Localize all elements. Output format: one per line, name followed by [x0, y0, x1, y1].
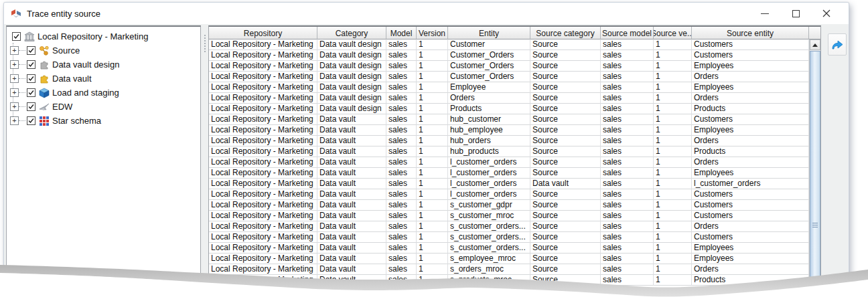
- table-cell: Data vault: [317, 168, 386, 179]
- tree-item-load-and-staging[interactable]: +Load and staging: [8, 86, 199, 100]
- table-cell: 1: [417, 146, 448, 157]
- tree-checkbox[interactable]: [27, 74, 35, 83]
- trace-button[interactable]: [828, 33, 847, 56]
- table-cell: sales: [601, 125, 654, 136]
- table-row[interactable]: Local Repository - MarketingData vaultsa…: [209, 200, 820, 211]
- table-row[interactable]: Local Repository - MarketingData vault d…: [209, 72, 820, 82]
- table-row[interactable]: Local Repository - MarketingData vault d…: [209, 50, 820, 61]
- cube-icon: [39, 88, 50, 98]
- table-cell: Local Repository - Marketing: [209, 275, 317, 286]
- table-row[interactable]: Local Repository - MarketingData vaultsa…: [209, 136, 820, 146]
- table-cell: Local Repository - Marketing: [209, 146, 317, 157]
- table-row[interactable]: Local Repository - MarketingData vaultsa…: [209, 179, 820, 189]
- expand-toggle-icon[interactable]: +: [10, 102, 19, 111]
- tree-checkbox[interactable]: [27, 116, 35, 125]
- table-cell: sales: [386, 50, 417, 61]
- table-row[interactable]: Local Repository - MarketingData vaultsa…: [209, 243, 820, 254]
- table-cell: sales: [601, 39, 654, 50]
- table-row[interactable]: Local Repository - MarketingData vaultsa…: [209, 157, 820, 168]
- table-cell: 1: [654, 39, 692, 50]
- expand-toggle-icon[interactable]: +: [10, 46, 19, 55]
- table-row[interactable]: Local Repository - MarketingData vault d…: [209, 61, 820, 72]
- table-cell: sales: [386, 61, 417, 72]
- table-row[interactable]: Local Repository - MarketingData vaultsa…: [209, 114, 820, 125]
- column-header-source-ve-[interactable]: Source ve...: [654, 27, 692, 39]
- tree-checkbox[interactable]: [27, 60, 35, 69]
- table-cell: 1: [417, 243, 448, 254]
- expand-toggle-icon[interactable]: +: [10, 60, 19, 69]
- table-cell: Customer_Orders: [448, 61, 530, 72]
- table-cell: sales: [601, 50, 654, 61]
- table-cell: Local Repository - Marketing: [209, 136, 317, 146]
- table-cell: Local Repository - Marketing: [209, 243, 317, 254]
- table-cell: Source: [530, 61, 601, 72]
- table-cell: sales: [601, 243, 654, 254]
- tree-item-local-repository-marketing[interactable]: Local Repository - Marketing: [8, 29, 199, 43]
- table-cell: Source: [530, 82, 601, 93]
- column-header-source-entity[interactable]: Source entity: [692, 27, 809, 39]
- table-cell: sales: [601, 275, 654, 286]
- table-row[interactable]: Local Repository - MarketingData vault d…: [209, 39, 820, 50]
- table-cell: 1: [417, 232, 448, 243]
- table-cell: Customers: [692, 200, 809, 211]
- table-row[interactable]: Local Repository - MarketingData vaultsa…: [209, 146, 820, 157]
- scrollbar-thumb[interactable]: [810, 51, 820, 296]
- table-cell: sales: [601, 114, 654, 125]
- table-cell: 1: [417, 93, 448, 104]
- expand-toggle-icon[interactable]: +: [10, 116, 19, 125]
- tree-checkbox[interactable]: [27, 46, 35, 55]
- column-header-entity[interactable]: Entity: [448, 27, 530, 39]
- tree-checkbox[interactable]: [27, 102, 35, 111]
- table-row[interactable]: Local Repository - MarketingData vaultsa…: [209, 232, 820, 243]
- column-header-model[interactable]: Model: [386, 27, 417, 39]
- tree-item-source[interactable]: +Source: [8, 43, 199, 58]
- column-header-source-category[interactable]: Source category: [530, 27, 601, 39]
- table-cell: sales: [386, 189, 417, 200]
- table-cell: Employees: [692, 61, 809, 72]
- table-cell: sales: [601, 232, 654, 243]
- table-cell: sales: [386, 179, 417, 189]
- column-header-category[interactable]: Category: [317, 27, 386, 39]
- table-cell: Source: [530, 168, 601, 179]
- table-cell: sales: [386, 114, 417, 125]
- table-row[interactable]: Local Repository - MarketingData vaultsa…: [209, 125, 820, 136]
- table-row[interactable]: Local Repository - MarketingData vaultsa…: [209, 221, 820, 232]
- expand-toggle-icon[interactable]: +: [10, 74, 19, 83]
- expand-toggle-icon[interactable]: +: [10, 88, 19, 97]
- tree-checkbox[interactable]: [27, 88, 35, 97]
- table-cell: Source: [530, 157, 601, 168]
- tree-item-data-vault-design[interactable]: +Data vault design: [8, 58, 199, 72]
- table-row[interactable]: Local Repository - MarketingData vaultsa…: [209, 189, 820, 200]
- table-row[interactable]: Local Repository - MarketingData vault d…: [209, 104, 820, 114]
- scroll-up-button[interactable]: [810, 39, 820, 50]
- column-header-source-model[interactable]: Source model: [601, 27, 654, 39]
- vertical-scrollbar[interactable]: [809, 39, 820, 296]
- tree-item-label: EDW: [52, 102, 72, 112]
- close-button[interactable]: [811, 3, 842, 24]
- table-row[interactable]: Local Repository - MarketingData vaultsa…: [209, 275, 820, 286]
- tree-item-data-vault[interactable]: +Data vault: [8, 72, 199, 86]
- table-row[interactable]: Local Repository - MarketingData vaultsa…: [209, 168, 820, 179]
- tree-item-edw[interactable]: +EDW: [8, 100, 199, 114]
- tree-item-star-schema[interactable]: +Star schema: [8, 114, 199, 128]
- table-row[interactable]: Local Repository - MarketingData vault d…: [209, 82, 820, 93]
- tree-checkbox[interactable]: [12, 32, 21, 41]
- panel-splitter[interactable]: [202, 25, 208, 296]
- table-cell: Data vault design: [317, 82, 386, 93]
- tree-connector-dash: [19, 92, 25, 93]
- maximize-button[interactable]: [780, 3, 811, 24]
- minimize-button[interactable]: [749, 3, 780, 24]
- table-cell: sales: [601, 136, 654, 146]
- tree-connector-dash: [19, 50, 25, 51]
- table-cell: Local Repository - Marketing: [209, 254, 317, 264]
- table-row[interactable]: Local Repository - MarketingData vault d…: [209, 93, 820, 104]
- trace-result-table: RepositoryCategoryModelVersionEntitySour…: [208, 25, 821, 296]
- table-row[interactable]: Local Repository - MarketingData vaultsa…: [209, 211, 820, 221]
- table-cell: sales: [386, 125, 417, 136]
- table-row[interactable]: Local Repository - MarketingData vaultsa…: [209, 264, 820, 275]
- table-row[interactable]: Local Repository - MarketingData vaultsa…: [209, 254, 820, 264]
- table-cell: sales: [386, 39, 417, 50]
- table-cell: sales: [386, 146, 417, 157]
- column-header-version[interactable]: Version: [417, 27, 448, 39]
- column-header-repository[interactable]: Repository: [209, 27, 317, 39]
